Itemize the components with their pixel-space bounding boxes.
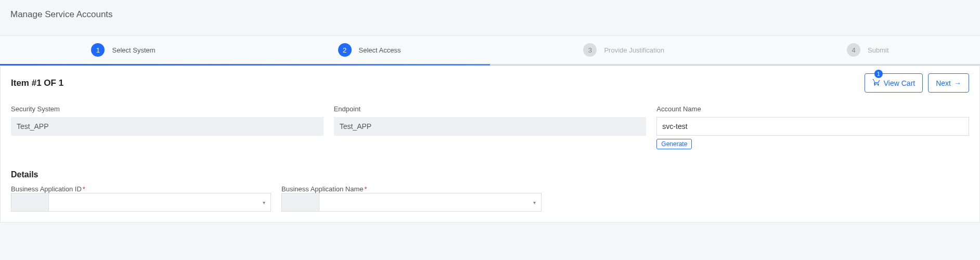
item-count-label: Item #1 OF 1	[11, 78, 63, 88]
form-row-top: Security System Endpoint Account Name Ge…	[1, 100, 979, 160]
account-name-input[interactable]	[656, 117, 969, 136]
label-text: Business Application Name	[281, 185, 364, 193]
endpoint-field: Endpoint	[334, 105, 647, 149]
business-app-name-select[interactable]: ▾	[281, 193, 541, 212]
required-asterisk: *	[365, 185, 367, 193]
step-label: Select System	[112, 46, 155, 54]
card-header: Item #1 OF 1 1 View Cart Next →	[1, 66, 979, 100]
step-label: Provide Justification	[604, 46, 664, 54]
endpoint-label: Endpoint	[334, 105, 647, 113]
next-label: Next	[936, 79, 951, 87]
arrow-right-icon: →	[954, 79, 961, 87]
security-system-field: Security System	[11, 105, 324, 149]
generate-button[interactable]: Generate	[656, 139, 692, 149]
account-name-field: Account Name Generate	[656, 105, 969, 149]
step-select-system[interactable]: 1 Select System	[91, 43, 155, 57]
details-section-title: Details	[1, 160, 979, 185]
details-row: Business Application ID* ▾ Business Appl…	[1, 185, 979, 222]
security-system-label: Security System	[11, 105, 324, 113]
endpoint-input	[334, 117, 647, 136]
view-cart-label: View Cart	[884, 79, 915, 87]
step-number: 3	[583, 43, 597, 57]
main-card: Item #1 OF 1 1 View Cart Next → Security…	[0, 66, 980, 223]
business-app-id-select[interactable]: ▾	[11, 193, 271, 212]
step-number: 1	[91, 43, 105, 57]
security-system-input	[11, 117, 324, 136]
business-app-name-label: Business Application Name*	[281, 185, 367, 193]
business-app-id-label: Business Application ID*	[11, 185, 85, 193]
chevron-down-icon: ▾	[263, 200, 265, 205]
step-submit[interactable]: 4 Submit	[847, 43, 888, 57]
step-number: 2	[338, 43, 352, 57]
business-app-id-field: Business Application ID* ▾	[11, 185, 271, 212]
select-chip-area	[282, 193, 319, 211]
progress-bar	[0, 64, 980, 66]
business-app-name-field: Business Application Name* ▾	[281, 185, 541, 212]
next-button[interactable]: Next →	[928, 73, 969, 93]
page-header: Manage Service Accounts	[0, 0, 980, 35]
step-label: Submit	[868, 46, 888, 54]
step-select-access[interactable]: 2 Select Access	[338, 43, 401, 57]
required-asterisk: *	[83, 185, 85, 193]
header-actions: 1 View Cart Next →	[865, 73, 969, 93]
step-label: Select Access	[359, 46, 401, 54]
progress-fill	[0, 64, 490, 66]
select-chip-area	[11, 193, 49, 211]
cart-icon	[872, 78, 881, 88]
step-provide-justification[interactable]: 3 Provide Justification	[583, 43, 664, 57]
chevron-down-icon: ▾	[533, 200, 536, 205]
page-title: Manage Service Accounts	[10, 9, 970, 20]
stepper: 1 Select System 2 Select Access 3 Provid…	[0, 35, 980, 66]
step-number: 4	[847, 43, 860, 57]
label-text: Business Application ID	[11, 185, 82, 193]
view-cart-button[interactable]: 1 View Cart	[865, 73, 923, 93]
account-name-label: Account Name	[656, 105, 969, 113]
cart-badge: 1	[874, 70, 883, 78]
